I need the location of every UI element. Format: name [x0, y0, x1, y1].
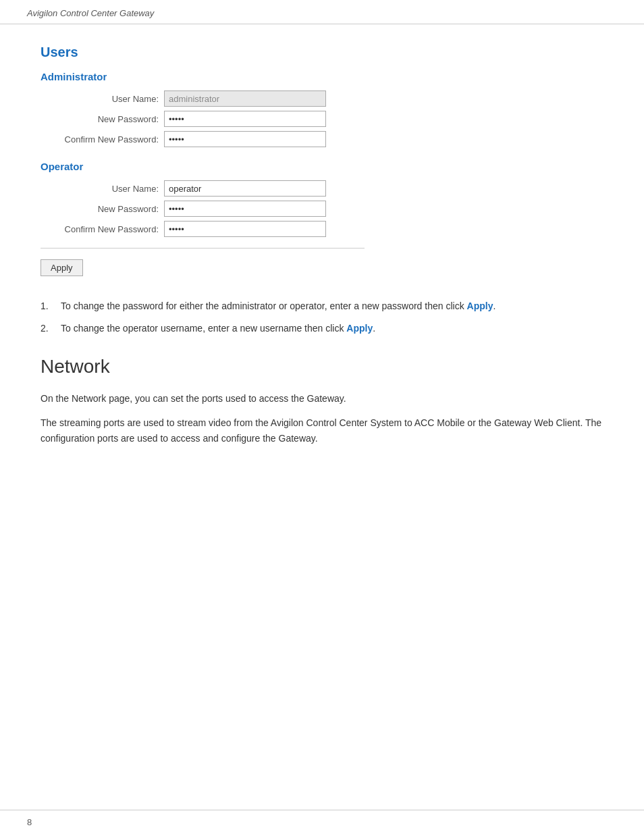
operator-confirmpassword-group: Confirm New Password: [41, 221, 603, 237]
users-section: Users Administrator User Name: New Passw… [41, 45, 603, 336]
operator-newpassword-label: New Password: [41, 204, 159, 214]
admin-newpassword-input[interactable] [164, 111, 326, 127]
instruction-2-text: To change the operator username, enter a… [61, 321, 603, 336]
operator-username-group: User Name: [41, 180, 603, 197]
instruction-1-num: 1. [41, 299, 61, 313]
network-paragraph-2: The streaming ports are used to stream v… [41, 415, 603, 446]
apply-button[interactable]: Apply [41, 259, 83, 276]
users-section-title: Users [41, 45, 603, 60]
operator-confirmpassword-label: Confirm New Password: [41, 224, 159, 234]
admin-subtitle: Administrator [41, 71, 603, 82]
admin-username-input[interactable] [164, 90, 326, 107]
admin-newpassword-label: New Password: [41, 114, 159, 124]
page-wrapper: Avigilon Control Center Gateway Users Ad… [0, 0, 644, 834]
users-divider [41, 248, 365, 249]
admin-confirmpassword-input[interactable] [164, 131, 326, 147]
operator-username-input[interactable] [164, 180, 326, 197]
network-section-title: Network [41, 356, 603, 377]
page-footer: 8 [0, 810, 644, 834]
operator-confirmpassword-input[interactable] [164, 221, 326, 237]
page-number: 8 [27, 817, 32, 827]
operator-newpassword-group: New Password: [41, 201, 603, 217]
admin-confirmpassword-label: Confirm New Password: [41, 134, 159, 145]
admin-section: Administrator User Name: New Password: C… [41, 71, 603, 147]
instruction-1-text: To change the password for either the ad… [61, 299, 603, 313]
network-section: Network On the Network page, you can set… [41, 356, 603, 446]
operator-newpassword-input[interactable] [164, 201, 326, 217]
instruction-2: 2. To change the operator username, ente… [41, 321, 603, 336]
admin-username-label: User Name: [41, 94, 159, 104]
instructions: 1. To change the password for either the… [41, 299, 603, 336]
admin-username-group: User Name: [41, 90, 603, 107]
instruction-2-num: 2. [41, 321, 61, 336]
instruction-2-link[interactable]: Apply [346, 323, 373, 334]
admin-confirmpassword-group: Confirm New Password: [41, 131, 603, 147]
page-header: Avigilon Control Center Gateway [0, 0, 644, 24]
instruction-1-link[interactable]: Apply [467, 301, 493, 311]
instruction-1: 1. To change the password for either the… [41, 299, 603, 313]
operator-section: Operator User Name: New Password: Confir… [41, 161, 603, 237]
operator-subtitle: Operator [41, 161, 603, 172]
admin-newpassword-group: New Password: [41, 111, 603, 127]
network-paragraph-1: On the Network page, you can set the por… [41, 391, 603, 406]
page-content: Users Administrator User Name: New Passw… [0, 24, 644, 810]
operator-username-label: User Name: [41, 184, 159, 194]
header-title: Avigilon Control Center Gateway [27, 8, 154, 18]
